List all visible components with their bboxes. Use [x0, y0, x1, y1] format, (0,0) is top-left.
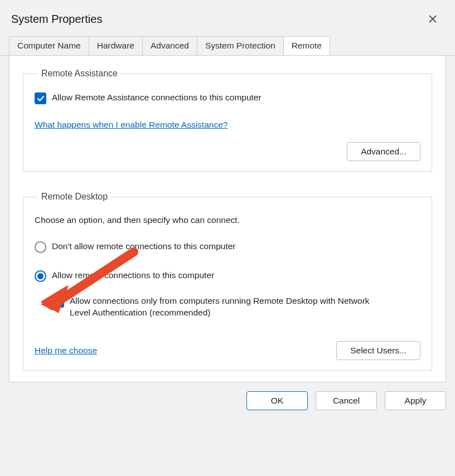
radio-allow-remote[interactable]: [35, 270, 46, 282]
apply-button[interactable]: Apply: [385, 391, 446, 410]
select-users-button[interactable]: Select Users...: [336, 341, 420, 360]
tab-hardware[interactable]: Hardware: [89, 36, 143, 55]
tab-remote[interactable]: Remote: [283, 36, 330, 55]
cancel-button[interactable]: Cancel: [316, 391, 377, 410]
radio-deny-remote[interactable]: [35, 241, 46, 253]
tab-advanced[interactable]: Advanced: [142, 36, 197, 55]
ok-button[interactable]: OK: [246, 391, 308, 410]
remote-desktop-legend: Remote Desktop: [38, 192, 111, 202]
radio-deny-remote-label: Don't allow remote connections to this c…: [52, 241, 235, 252]
remote-assistance-legend: Remote Assistance: [38, 69, 121, 79]
nla-label: Allow connections only from computers ru…: [70, 295, 382, 319]
close-button[interactable]: [422, 10, 444, 28]
window-title: System Properties: [11, 13, 102, 26]
remote-desktop-description: Choose an option, and then specify who c…: [35, 215, 420, 225]
tab-computer-name[interactable]: Computer Name: [9, 36, 89, 55]
remote-desktop-group: Remote Desktop Choose an option, and the…: [23, 192, 432, 371]
remote-assistance-advanced-button[interactable]: Advanced...: [347, 142, 420, 161]
allow-remote-assistance-label: Allow Remote Assistance connections to t…: [52, 92, 262, 104]
tab-bar: Computer Name Hardware Advanced System P…: [0, 36, 455, 56]
close-icon: [429, 15, 437, 23]
dialog-footer: OK Cancel Apply: [0, 391, 455, 420]
nla-checkbox[interactable]: [52, 296, 64, 308]
what-happens-link[interactable]: What happens when I enable Remote Assist…: [35, 120, 228, 129]
remote-assistance-group: Remote Assistance Allow Remote Assistanc…: [23, 69, 432, 172]
tab-system-protection[interactable]: System Protection: [197, 36, 284, 55]
allow-remote-assistance-checkbox[interactable]: [35, 93, 46, 104]
help-me-choose-link[interactable]: Help me choose: [35, 346, 97, 356]
radio-allow-remote-label: Allow remote connections to this compute…: [52, 270, 214, 281]
tab-content-remote: Remote Assistance Allow Remote Assistanc…: [9, 55, 446, 382]
